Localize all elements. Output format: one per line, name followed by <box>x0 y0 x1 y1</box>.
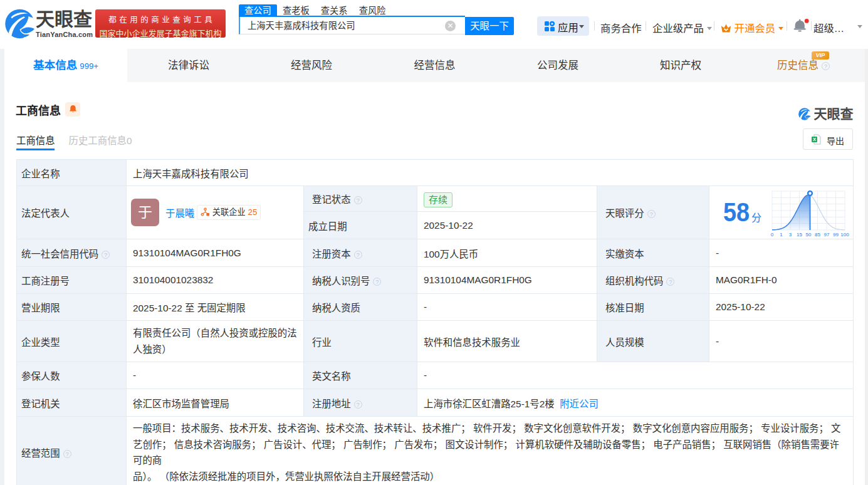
svg-text:15: 15 <box>797 232 802 237</box>
svg-text:3: 3 <box>789 232 792 237</box>
svg-text:0: 0 <box>771 232 774 237</box>
svg-text:100: 100 <box>840 232 849 237</box>
svg-text:97: 97 <box>824 232 830 237</box>
svg-text:99: 99 <box>833 232 839 237</box>
svg-text:1: 1 <box>780 232 783 237</box>
svg-text:85: 85 <box>815 232 820 237</box>
svg-text:X: X <box>813 137 816 142</box>
svg-text:50: 50 <box>806 232 812 237</box>
